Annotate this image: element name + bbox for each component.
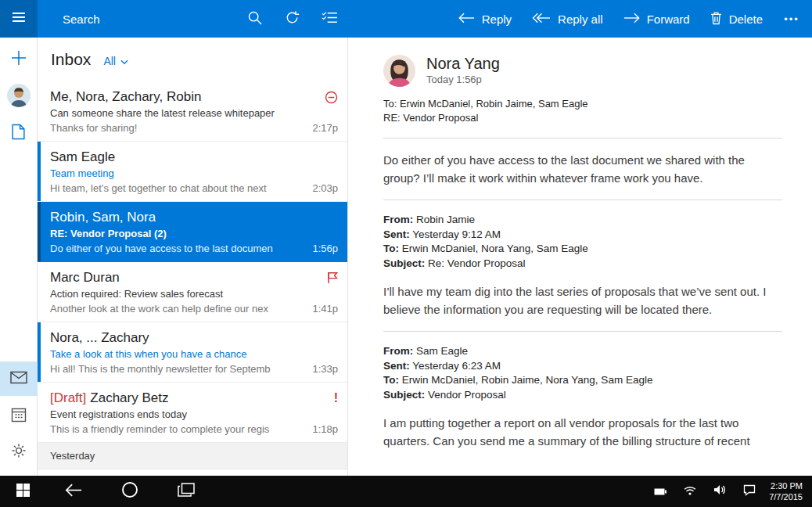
reading-pane[interactable]: Nora Yang Today 1:56p To: Erwin McDaniel… [348, 38, 812, 476]
list-header: Inbox All [38, 38, 347, 81]
message-sender: Sam Eagle [50, 149, 115, 166]
message-line3: Thanks for sharing! 2:17p [50, 120, 338, 135]
subject-label: Subject: [383, 257, 425, 269]
account-button[interactable] [0, 78, 38, 113]
from-value: Robin Jamie [416, 214, 475, 225]
unread-indicator [38, 202, 41, 261]
message-sender: Nora, ... Zachary [50, 329, 149, 347]
cortana-home-button[interactable] [102, 476, 158, 507]
quoted-sent: Sent: Yesterday 6:23 AM [383, 359, 782, 374]
message-preview: Another look at the work can help define… [50, 301, 304, 316]
new-mail-button[interactable] [0, 42, 38, 77]
unread-indicator [38, 142, 41, 201]
reply-label: Reply [482, 13, 512, 26]
settings-button[interactable] [0, 435, 38, 469]
sync-button[interactable] [273, 0, 311, 38]
message-sender: Me, Nora, Zachary, Robin [50, 88, 201, 106]
wifi-icon [684, 484, 696, 498]
subject-value: Re: Vendor Proposal [428, 257, 526, 269]
message-sender: [Draft]Zachary Betz [50, 390, 168, 407]
circle-icon [121, 481, 138, 502]
quoted-body: I’ll have my team dig into the last seri… [383, 282, 782, 318]
calendar-nav-button[interactable] [0, 399, 38, 433]
quoted-sent: Sent: Yesterday 9:12 AM [383, 228, 782, 243]
quoted-from: From: Sam Eagle [383, 344, 782, 359]
gear-icon [11, 443, 27, 462]
task-view-icon [178, 483, 195, 500]
from-value: Sam Eagle [416, 345, 468, 357]
unread-indicator [38, 81, 41, 141]
notification-icon [743, 484, 756, 499]
forward-button[interactable]: Forward [613, 0, 700, 38]
reply-button[interactable]: Reply [448, 0, 522, 38]
back-arrow-icon [65, 484, 82, 500]
battery-icon [654, 484, 666, 498]
search-button[interactable] [235, 0, 273, 38]
quoted-from: From: Robin Jamie [383, 213, 782, 228]
message-preview: Do either of you have access to the last… [50, 241, 304, 256]
message-body: Do either of you have access to the last… [383, 151, 782, 187]
flag-icon [321, 271, 338, 284]
search-input[interactable]: Search [38, 0, 235, 38]
taskbar-clock[interactable]: 2:30 PM 7/7/2015 [764, 480, 812, 502]
message-line3: Hi team, let’s get together to chat abou… [50, 181, 338, 196]
message-line1: Nora, ... Zachary [50, 329, 338, 347]
action-center-button[interactable] [735, 476, 764, 507]
document-icon [11, 124, 26, 143]
message-time: 2:03p [312, 181, 338, 196]
task-view-button[interactable] [158, 476, 214, 507]
filter-dropdown[interactable]: All [103, 55, 128, 67]
message-subject: Action required: Review sales forecast [50, 286, 338, 301]
mail-nav-button[interactable] [0, 361, 38, 396]
message-line1: Sam Eagle [50, 149, 338, 166]
selection-mode-button[interactable] [311, 0, 348, 38]
sender-avatar [383, 55, 415, 87]
main-content: Inbox All Me, Nora, Zachary, Robin [0, 38, 812, 476]
folders-button[interactable] [0, 116, 38, 150]
reply-all-button[interactable]: Reply all [522, 0, 613, 38]
start-button[interactable] [0, 476, 45, 507]
blocked-icon [318, 91, 338, 104]
message-timestamp: Today 1:56p [426, 73, 500, 87]
network-status[interactable] [675, 476, 705, 507]
message-subject: RE: Vendor Proposal (2) [50, 226, 338, 241]
more-options-button[interactable]: ••• [773, 0, 810, 38]
navigation-rail [0, 38, 38, 476]
volume-status[interactable] [705, 476, 735, 507]
folder-title: Inbox [51, 50, 91, 69]
reply-all-label: Reply all [558, 13, 603, 26]
important-icon: ! [328, 390, 338, 407]
message-time: 2:17p [312, 120, 338, 135]
quoted-message: From: Sam Eagle Sent: Yesterday 6:23 AM … [383, 344, 782, 450]
windows-logo-icon [16, 484, 30, 500]
search-icon [247, 10, 262, 28]
subject-label: Subject: [383, 389, 425, 401]
message-subject: Team meeting [50, 166, 338, 181]
message-row-draft[interactable]: [Draft]Zachary Betz ! Event registration… [38, 383, 347, 443]
hamburger-menu-button[interactable] [0, 0, 38, 38]
message-preview: This is a friendly reminder to complete … [50, 422, 304, 437]
message-preview: Thanks for sharing! [50, 120, 304, 135]
message-row-selected[interactable]: Robin, Sam, Nora RE: Vendor Proposal (2)… [38, 202, 347, 262]
quoted-header: From: Robin Jamie Sent: Yesterday 9:12 A… [383, 213, 782, 271]
mail-actions: Reply Reply all Forward Delete ••• [348, 0, 812, 38]
sent-label: Sent: [383, 228, 410, 240]
divider [383, 331, 782, 332]
quoted-to: To: Erwin McDaniel, Robin Jaime, Nora Ya… [383, 373, 782, 388]
message-sender: Marc Duran [50, 269, 120, 286]
back-button[interactable] [45, 476, 102, 507]
message-row[interactable]: Nora, ... Zachary Take a look at this wh… [38, 322, 347, 383]
plus-icon [10, 49, 27, 70]
subject-value: Vendor Proposal [428, 389, 506, 401]
message-line1: Marc Duran [50, 269, 338, 286]
message-row[interactable]: Me, Nora, Zachary, Robin Can someone sha… [38, 81, 347, 142]
draft-label: [Draft] [50, 390, 86, 405]
unread-indicator [38, 262, 41, 322]
message-row[interactable]: Marc Duran Action required: Review sales… [38, 262, 347, 322]
message-row[interactable]: Sam Eagle Team meeting Hi team, let’s ge… [38, 142, 347, 202]
message-sender: Robin, Sam, Nora [50, 209, 156, 226]
mail-icon [10, 371, 27, 387]
delete-button[interactable]: Delete [700, 0, 773, 38]
battery-status[interactable] [645, 476, 675, 507]
trash-icon [710, 11, 722, 27]
